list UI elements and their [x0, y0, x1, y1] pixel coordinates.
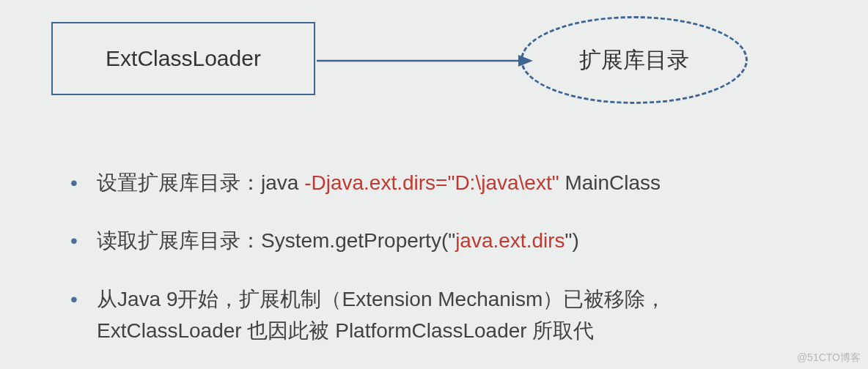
text: MainClass [559, 171, 661, 194]
bullet-list: 设置扩展库目录：java -Djava.ext.dirs="D:\java\ex… [66, 167, 799, 369]
watermark: @51CTO博客 [797, 351, 861, 365]
list-item: 读取扩展库目录：System.getProperty("java.ext.dir… [66, 225, 799, 256]
highlight: java.ext.dirs [455, 229, 564, 252]
arrow-icon [317, 50, 537, 72]
list-item: 设置扩展库目录：java -Djava.ext.dirs="D:\java\ex… [66, 167, 799, 198]
ellipse-label: 扩展库目录 [579, 45, 689, 75]
ext-dir-ellipse: 扩展库目录 [521, 16, 748, 104]
text: 从Java 9开始，扩展机制（Extension Mechanism）已被移除， [97, 288, 666, 310]
highlight: -Djava.ext.dirs="D:\java\ext" [304, 171, 559, 194]
diagram: ExtClassLoader 扩展库目录 [51, 22, 784, 117]
class-loader-box: ExtClassLoader [51, 22, 315, 95]
text: ") [565, 229, 579, 252]
list-item: 从Java 9开始，扩展机制（Extension Mechanism）已被移除，… [66, 283, 799, 347]
text: 设置扩展库目录：java [97, 171, 304, 194]
text: 读取扩展库目录：System.getProperty(" [97, 229, 455, 252]
box-label: ExtClassLoader [106, 46, 261, 71]
text: ExtClassLoader 也因此被 PlatformClassLoader … [97, 319, 594, 342]
